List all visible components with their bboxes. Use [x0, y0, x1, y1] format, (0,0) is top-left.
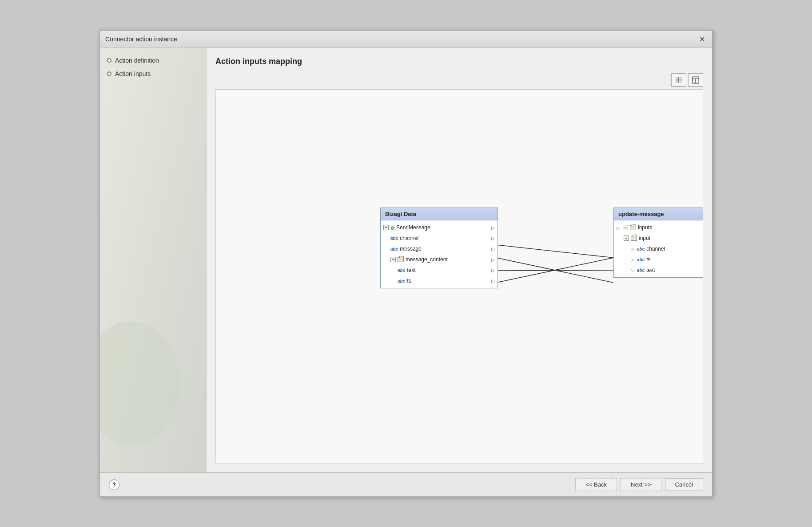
title-bar: Connector action instance ✕: [100, 31, 712, 48]
abc-icon-message: abc: [390, 247, 398, 252]
close-button[interactable]: ✕: [697, 34, 707, 44]
abc-icon-ts-left: abc: [398, 279, 405, 283]
row-ts-left: abc ts ▷: [381, 275, 498, 286]
table-icon-send-message: ▦: [390, 225, 394, 230]
bizagi-data-header: Bizagi Data: [381, 208, 498, 220]
cancel-button[interactable]: Cancel: [665, 478, 703, 491]
dialog-title: Connector action instance: [105, 36, 177, 43]
label-inputs: inputs: [638, 224, 652, 231]
row-channel: abc channel ▷: [381, 233, 498, 244]
dialog-footer: ? << Back Next >> Cancel: [100, 472, 712, 496]
row-ts-right: ▷ abc ts: [614, 254, 703, 265]
arrow-ts-left: ▷: [491, 279, 495, 283]
svg-marker-8: [680, 79, 681, 80]
bullet-action-inputs: [107, 72, 111, 76]
arrow-message: ▷: [491, 247, 495, 252]
abc-icon-channel-right: abc: [637, 247, 645, 252]
sidebar-item-action-definition[interactable]: Action definition: [107, 57, 199, 64]
main-content: Action inputs mapping: [207, 48, 712, 472]
bizagi-data-box: Bizagi Data + ▦ SendMessage ▷ ab: [380, 208, 498, 288]
expand-message-content[interactable]: +: [390, 257, 396, 262]
briefcase-icon-input: [631, 236, 637, 241]
abc-icon-text-left: abc: [398, 268, 405, 273]
svg-marker-7: [680, 77, 681, 78]
help-button[interactable]: ?: [109, 479, 119, 490]
expand-inputs[interactable]: -: [623, 225, 628, 230]
sidebar: Action definition Action inputs: [100, 48, 207, 472]
arrow-channel: ▷: [491, 236, 495, 241]
row-text-left: abc text ▷: [381, 265, 498, 275]
label-text-left: text: [407, 267, 415, 273]
label-send-message: SendMessage: [396, 224, 430, 231]
map-view-button[interactable]: [671, 73, 686, 87]
arrow-text-right: ▷: [631, 268, 634, 273]
svg-line-12: [496, 245, 613, 258]
update-message-header: update-message: [614, 208, 703, 220]
label-ts-left: ts: [407, 278, 411, 284]
footer-left: ?: [109, 479, 119, 490]
abc-icon-channel: abc: [390, 236, 398, 241]
arrow-message-content: ▷: [491, 257, 495, 262]
sidebar-label-action-inputs: Action inputs: [115, 70, 151, 77]
label-ts-right: ts: [646, 256, 650, 263]
arrow-inputs-left: ▷: [617, 225, 620, 230]
dialog-body: Action definition Action inputs Action i…: [100, 48, 712, 472]
abc-icon-text-right: abc: [637, 268, 645, 273]
bizagi-data-rows: + ▦ SendMessage ▷ abc channel ▷: [381, 220, 498, 288]
svg-line-13: [496, 258, 613, 283]
arrow-send-message: ▷: [491, 225, 495, 230]
footer-right: << Back Next >> Cancel: [575, 478, 703, 491]
arrow-text-left: ▷: [491, 268, 495, 273]
row-input: - input: [614, 233, 703, 244]
connector-action-dialog: Connector action instance ✕ Action defin…: [100, 30, 712, 497]
sidebar-label-action-definition: Action definition: [115, 57, 159, 64]
row-channel-right: ▷ abc channel: [614, 244, 703, 254]
row-message: abc message ▷: [381, 244, 498, 254]
row-inputs: ▷ - inputs: [614, 222, 703, 233]
svg-line-15: [496, 258, 613, 283]
svg-line-14: [496, 270, 613, 271]
label-channel: channel: [400, 235, 418, 241]
expand-input[interactable]: -: [624, 236, 629, 241]
briefcase-icon-message-content: [398, 257, 404, 262]
expand-send-message[interactable]: +: [383, 225, 389, 230]
mapping-canvas[interactable]: Bizagi Data + ▦ SendMessage ▷ ab: [215, 89, 703, 463]
arrow-channel-right: ▷: [631, 247, 634, 252]
row-message-content: + message_content ▷: [381, 254, 498, 265]
label-input: input: [639, 235, 650, 241]
arrow-ts-right: ▷: [631, 257, 634, 262]
label-text-right: text: [646, 267, 655, 273]
back-button[interactable]: << Back: [575, 478, 617, 491]
update-message-rows: ▷ - inputs - input: [614, 220, 703, 277]
abc-icon-ts-right: abc: [637, 257, 645, 262]
next-button[interactable]: Next >>: [621, 478, 661, 491]
sidebar-item-action-inputs[interactable]: Action inputs: [107, 70, 199, 77]
update-message-box: update-message ▷ - inputs -: [613, 208, 703, 278]
page-title: Action inputs mapping: [215, 57, 703, 66]
label-message-content: message_content: [406, 256, 448, 263]
mapping-area: Bizagi Data + ▦ SendMessage ▷ ab: [216, 90, 703, 463]
layout-button[interactable]: [688, 73, 703, 87]
label-message: message: [400, 246, 422, 252]
row-text-right: ▷ abc text: [614, 265, 703, 275]
toolbar: [215, 73, 703, 87]
row-send-message: + ▦ SendMessage ▷: [381, 222, 498, 233]
briefcase-icon-inputs: [630, 225, 636, 230]
label-channel-right: channel: [646, 246, 665, 252]
bullet-action-definition: [107, 58, 111, 63]
